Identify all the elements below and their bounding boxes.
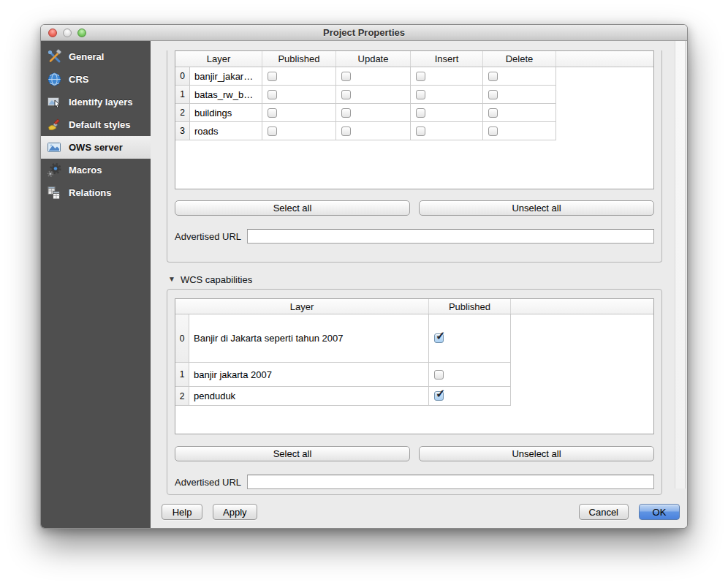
- table-row[interactable]: 1 batas_rw_b…: [175, 86, 653, 104]
- insert-checkbox[interactable]: [416, 72, 425, 81]
- sidebar-item-default-styles[interactable]: Default styles: [41, 113, 151, 136]
- table-row[interactable]: 3 roads: [175, 122, 653, 140]
- update-checkbox[interactable]: [341, 72, 351, 81]
- column-header-published: Published: [429, 299, 511, 314]
- gear-icon: [47, 162, 62, 178]
- identify-layers-icon: [47, 94, 62, 110]
- table-row[interactable]: 2 buildings: [175, 104, 653, 122]
- update-checkbox[interactable]: [341, 90, 351, 99]
- ok-button[interactable]: OK: [639, 504, 680, 520]
- row-number: 3: [175, 122, 190, 140]
- sidebar: General CRS Identify layers: [41, 41, 151, 528]
- sidebar-item-general[interactable]: General: [41, 45, 151, 68]
- insert-checkbox[interactable]: [416, 108, 425, 118]
- titlebar[interactable]: Project Properties: [41, 25, 687, 41]
- wcs-select-all-button[interactable]: Select all: [175, 446, 410, 461]
- wcs-advertised-url-label: Advertised URL: [175, 477, 241, 488]
- row-number: 1: [175, 86, 190, 104]
- published-checkbox[interactable]: [434, 370, 444, 380]
- column-header-update: Update: [336, 51, 411, 67]
- delete-checkbox[interactable]: [488, 108, 498, 118]
- layer-name: buildings: [190, 104, 262, 122]
- column-header-insert: Insert: [411, 51, 483, 67]
- table-row[interactable]: 1 banjir jakarta 2007: [175, 363, 653, 387]
- insert-checkbox[interactable]: [416, 90, 425, 99]
- table-row[interactable]: 2 penduduk: [175, 387, 653, 406]
- window-title: Project Properties: [41, 25, 687, 41]
- layer-name: roads: [190, 122, 262, 140]
- content-area: Layer Published Update Insert Delete 0 b…: [151, 41, 687, 528]
- update-checkbox[interactable]: [341, 127, 351, 136]
- published-checkbox[interactable]: [268, 108, 277, 118]
- published-checkbox[interactable]: [268, 127, 277, 136]
- sidebar-item-label: General: [69, 51, 104, 62]
- sidebar-item-label: CRS: [69, 74, 88, 85]
- sidebar-item-label: OWS server: [69, 142, 123, 153]
- row-number: 0: [175, 67, 190, 86]
- delete-checkbox[interactable]: [488, 72, 498, 81]
- column-header-layer: Layer: [175, 299, 429, 314]
- layer-name: batas_rw_b…: [190, 86, 262, 104]
- cancel-button[interactable]: Cancel: [579, 504, 629, 520]
- wcs-capabilities-toggle[interactable]: ▼ WCS capabilities: [168, 273, 687, 285]
- published-checkbox[interactable]: [434, 333, 444, 343]
- wfs-capabilities-group: Layer Published Update Insert Delete 0 b…: [167, 50, 662, 263]
- scrollbar-track: [675, 41, 686, 488]
- table-row[interactable]: 0 Banjir di Jakarta seperti tahun 2007: [175, 314, 653, 363]
- delete-checkbox[interactable]: [488, 127, 498, 136]
- layer-name: banjir_jakar…: [190, 67, 262, 86]
- column-header-published: Published: [262, 51, 336, 67]
- insert-checkbox[interactable]: [416, 127, 425, 136]
- wcs-advertised-url-input[interactable]: [247, 475, 654, 489]
- globe-icon: [47, 72, 62, 87]
- table-row[interactable]: 0 banjir_jakar…: [175, 67, 653, 86]
- sidebar-item-relations[interactable]: Relations: [41, 181, 151, 204]
- help-button[interactable]: Help: [162, 504, 202, 520]
- sidebar-item-label: Macros: [69, 165, 102, 176]
- dialog-button-bar: Help Apply Cancel OK: [151, 504, 687, 520]
- wcs-table-header: Layer Published: [175, 299, 653, 314]
- update-checkbox[interactable]: [341, 108, 351, 118]
- disclosure-triangle-icon: ▼: [168, 276, 175, 283]
- published-checkbox[interactable]: [268, 72, 277, 81]
- project-properties-dialog: Project Properties General CRS: [40, 24, 688, 529]
- delete-checkbox[interactable]: [488, 90, 498, 99]
- sidebar-item-label: Relations: [69, 187, 112, 198]
- published-checkbox[interactable]: [434, 391, 444, 401]
- row-number: 2: [175, 104, 190, 122]
- published-checkbox[interactable]: [268, 90, 277, 99]
- column-header-delete: Delete: [483, 51, 556, 67]
- wcs-capabilities-group: Layer Published 0 Banjir di Jakarta sepe…: [167, 289, 662, 495]
- row-number: 1: [175, 363, 189, 387]
- sidebar-item-ows-server[interactable]: OWS server: [41, 136, 151, 159]
- apply-button[interactable]: Apply: [213, 504, 257, 520]
- wcs-unselect-all-button[interactable]: Unselect all: [419, 446, 654, 461]
- sidebar-item-label: Identify layers: [69, 97, 132, 107]
- row-number: 2: [175, 387, 189, 406]
- wcs-section-title: WCS capabilities: [181, 274, 252, 285]
- sidebar-item-crs[interactable]: CRS: [41, 68, 151, 91]
- sidebar-item-macros[interactable]: Macros: [41, 159, 151, 181]
- wcs-layers-table: Layer Published 0 Banjir di Jakarta sepe…: [175, 298, 654, 434]
- ows-server-icon: [47, 140, 62, 155]
- relations-icon: [47, 185, 62, 200]
- wfs-table-header: Layer Published Update Insert Delete: [175, 51, 653, 67]
- sidebar-item-label: Default styles: [69, 119, 131, 130]
- paintbrush-icon: [47, 117, 62, 132]
- column-header-layer: Layer: [175, 51, 262, 67]
- layer-name: penduduk: [189, 387, 429, 406]
- wfs-advertised-url-input[interactable]: [247, 229, 654, 244]
- layer-name: Banjir di Jakarta seperti tahun 2007: [189, 314, 429, 363]
- wfs-select-all-button[interactable]: Select all: [175, 200, 410, 216]
- layer-name: banjir jakarta 2007: [189, 363, 429, 387]
- wfs-layers-table: Layer Published Update Insert Delete 0 b…: [175, 50, 654, 189]
- sidebar-item-identify-layers[interactable]: Identify layers: [41, 91, 151, 113]
- tools-icon: [47, 49, 62, 64]
- wfs-unselect-all-button[interactable]: Unselect all: [419, 200, 654, 216]
- row-number: 0: [175, 314, 189, 363]
- wfs-advertised-url-label: Advertised URL: [175, 231, 241, 242]
